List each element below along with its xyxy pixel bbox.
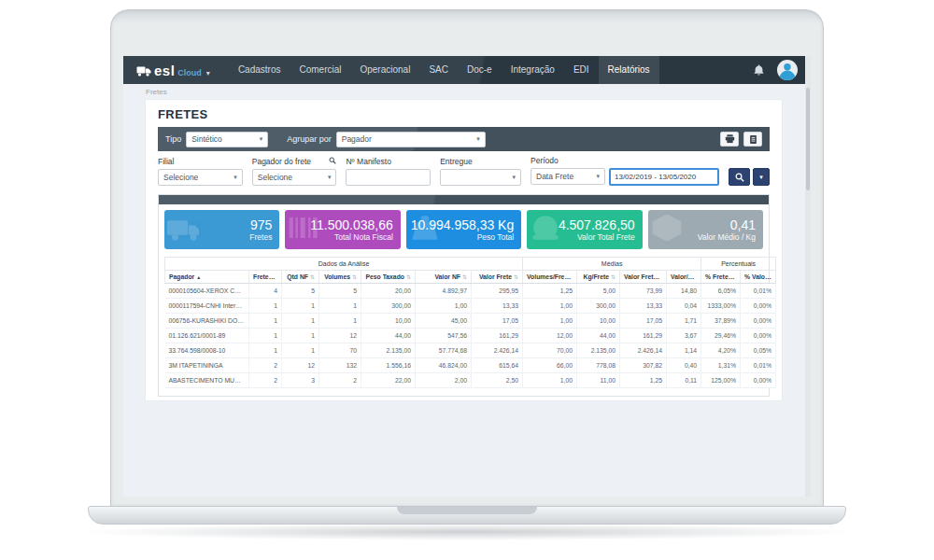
periodo-range-input[interactable] — [609, 168, 719, 186]
cell-value: 0,40 — [667, 358, 701, 373]
column-header--valor-total[interactable]: % Valor Total⇅ — [741, 271, 776, 284]
cell-value: 125,00% — [701, 373, 741, 388]
entregue-select[interactable]: ▾ — [440, 169, 521, 186]
nav-item-integra-o[interactable]: Integração — [502, 56, 564, 84]
column-group: Médias — [523, 258, 701, 271]
cell-value: 66,00 — [523, 358, 577, 373]
agrupar-value: Pagador — [342, 134, 372, 144]
filial-select[interactable]: Selecione ▾ — [158, 169, 243, 186]
cell-value: 0,01% — [741, 284, 776, 299]
column-header--frete-nf[interactable]: % Frete/NF⇅ — [701, 271, 741, 284]
cell-value: 2 — [249, 373, 282, 388]
cell-value: 1,00 — [523, 299, 577, 314]
chevron-down-icon: ▾ — [230, 174, 237, 181]
cell-value: 20,00 — [361, 284, 416, 299]
search-options-button[interactable]: ▾ — [753, 168, 770, 186]
column-header-volumes[interactable]: Volumes⇅ — [319, 271, 361, 284]
cell-value: 1 — [249, 343, 282, 358]
card-value: 975 — [250, 217, 272, 232]
column-header-fretes[interactable]: Fretes⇅ — [249, 271, 282, 284]
cell-pagador: 33.764.598/0008-10 — [165, 343, 249, 358]
search-icon[interactable] — [329, 157, 336, 166]
cell-value: 37,89% — [701, 314, 741, 329]
table-row[interactable]: 006756-KURASHIKI DO BRASIL...11110,0045,… — [165, 314, 776, 329]
breadcrumb[interactable]: Fretes — [123, 84, 811, 99]
sort-icon: ⇅ — [514, 274, 518, 280]
primary-filter-bar: Tipo Sintético ▾ Agrupar por Pagador ▾ — [158, 127, 770, 151]
cell-value: 0,04 — [667, 299, 701, 314]
nav-item-cadastros[interactable]: Cadastros — [229, 56, 290, 84]
card-value: 4.507.826,50 — [559, 217, 635, 232]
periodo-label: Período — [531, 156, 719, 165]
table-row[interactable]: ABASTECIMENTO MUNICIPAL ...23222,002,002… — [165, 373, 776, 388]
search-icon — [735, 173, 744, 182]
export-button[interactable] — [743, 132, 762, 147]
sort-icon: ⇅ — [611, 274, 616, 280]
card-value: 11.500.038,66 — [310, 217, 393, 232]
table-row[interactable]: 0000117594-CNHI Internacion...111300,001… — [165, 299, 776, 314]
cell-value: 2.135,00 — [361, 343, 416, 358]
nav-item-doc-e[interactable]: Doc-e — [458, 56, 502, 84]
cell-value: 0,00% — [741, 373, 776, 388]
agrupar-select[interactable]: Pagador ▾ — [336, 132, 486, 147]
cell-value: 3,67 — [667, 329, 701, 343]
nav-item-comercial[interactable]: Comercial — [290, 56, 350, 84]
periodo-filter: Período Data Frete ▾ — [531, 156, 719, 186]
pagador-select[interactable]: Selecione ▾ — [252, 169, 337, 186]
navbar-right — [753, 60, 798, 80]
table-row[interactable]: 33.764.598/0008-1011702.135,0057.774,682… — [165, 343, 776, 358]
column-header-qtd-nf[interactable]: Qtd NF⇅ — [282, 271, 319, 284]
cell-value: 12 — [282, 358, 319, 373]
sort-asc-icon: ▲ — [196, 274, 201, 280]
nav-item-edi[interactable]: EDI — [564, 56, 599, 84]
table-row[interactable]: 0000105604-XEROX COM45520,004.892,97295,… — [165, 284, 776, 299]
sort-icon: ⇅ — [274, 274, 278, 280]
nav-item-relat-rios[interactable]: Relatórios — [599, 56, 659, 84]
cell-value: 13,33 — [472, 299, 523, 314]
cell-value: 547,56 — [416, 329, 472, 343]
scrollbar-thumb[interactable] — [806, 88, 810, 190]
results-panel-header — [159, 195, 769, 204]
print-button[interactable] — [720, 132, 739, 147]
scrollbar[interactable] — [805, 56, 811, 497]
cell-value: 5 — [282, 284, 319, 299]
column-header-valor-nf[interactable]: Valor NF⇅ — [416, 271, 472, 284]
cell-value: 3 — [282, 373, 319, 388]
column-header-pagador[interactable]: Pagador▲ — [165, 271, 249, 284]
column-header-volumes-frete[interactable]: Volumes/Frete⇅ — [523, 271, 577, 284]
cell-value: 29,46% — [701, 329, 741, 343]
bell-icon[interactable] — [753, 64, 765, 77]
cell-value: 1333,00% — [701, 299, 741, 314]
column-header-peso-taxado[interactable]: Peso Taxado⇅ — [361, 271, 416, 284]
manifesto-filter: Nº Manifesto — [346, 157, 431, 186]
cell-value: 2 — [319, 373, 361, 388]
table-row[interactable]: 3M ITAPETININGA2121321.556,1646.824,0061… — [165, 358, 776, 373]
tipo-select[interactable]: Sintético ▾ — [186, 132, 268, 147]
column-header-valor-kg[interactable]: Valor/Kg⇅ — [667, 271, 701, 284]
cell-value: 1,25 — [620, 373, 667, 388]
cell-value: 295,95 — [472, 284, 523, 299]
manifesto-input[interactable] — [346, 169, 431, 186]
column-header-valor-frete[interactable]: Valor Frete⇅ — [620, 271, 667, 284]
column-header-kg-frete[interactable]: Kg/Frete⇅ — [577, 271, 620, 284]
brand-logo[interactable]: esl Cloud ▾ — [136, 63, 210, 77]
cell-pagador: 01.126.621/0001-89 — [165, 329, 249, 343]
cell-value: 1,71 — [667, 314, 701, 329]
nav-item-operacional[interactable]: Operacional — [350, 56, 419, 84]
nav-item-sac[interactable]: SAC — [419, 56, 458, 84]
laptop-base-notch — [397, 507, 537, 514]
chevron-down-icon: ▾ — [759, 174, 763, 181]
user-avatar[interactable] — [777, 60, 798, 80]
cell-value: 57.774,68 — [416, 343, 472, 358]
search-button[interactable] — [729, 168, 750, 186]
table-row[interactable]: 01.126.621/0001-89111244,00547,56161,291… — [165, 329, 776, 343]
cell-value: 1 — [319, 314, 361, 329]
brand-suffix: Cloud — [177, 68, 202, 77]
chevron-down-icon: ▾ — [324, 174, 332, 181]
cell-value: 0,11 — [667, 373, 701, 388]
column-group: Dados da Análise — [165, 258, 523, 271]
column-header-valor-frete[interactable]: Valor Frete⇅ — [472, 271, 523, 284]
cell-value: 1 — [282, 343, 319, 358]
cell-value: 307,82 — [620, 358, 667, 373]
periodo-type-select[interactable]: Data Frete ▾ — [531, 168, 605, 185]
